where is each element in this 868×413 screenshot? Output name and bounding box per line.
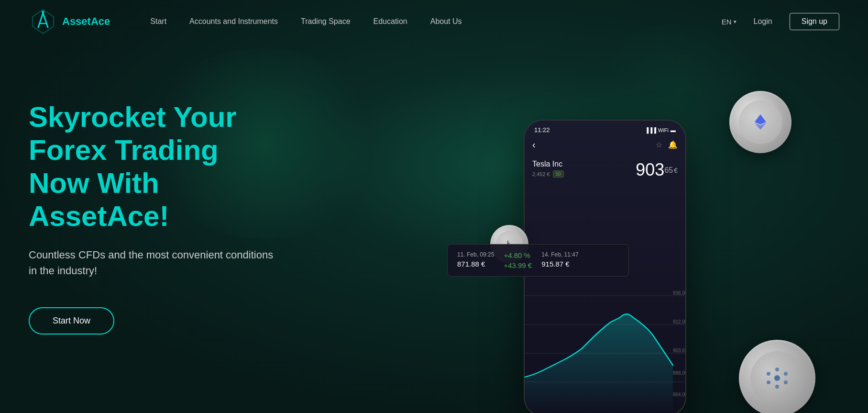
svg-point-0 bbox=[42, 11, 44, 13]
nav-start[interactable]: Start bbox=[139, 12, 178, 30]
stock-currency: € bbox=[674, 167, 678, 174]
favorite-icon[interactable]: ☆ bbox=[656, 140, 662, 149]
hero-text-block: Skyrocket Your Forex Trading Now With As… bbox=[29, 81, 273, 335]
tooltip-col2: +4.80 % +43.99 € bbox=[504, 251, 532, 269]
svg-point-12 bbox=[774, 375, 780, 381]
phone-status-bar: 11:22 ▐▐▐ WiFi ▬ bbox=[525, 121, 685, 136]
signup-button[interactable]: Sign up bbox=[790, 13, 839, 30]
tooltip-col3: 14. Feb, 11:47 915.87 € bbox=[541, 251, 578, 269]
svg-text:864,00: 864,00 bbox=[673, 392, 686, 397]
svg-point-15 bbox=[767, 372, 770, 376]
stock-name: Tesla Inc bbox=[532, 160, 564, 168]
language-selector[interactable]: EN ▾ bbox=[722, 18, 736, 26]
nav-links: Start Accounts and Instruments Trading S… bbox=[139, 17, 721, 26]
back-button[interactable]: ‹ bbox=[532, 139, 536, 150]
wifi-icon: WiFi bbox=[658, 127, 669, 133]
headline-line2: Forex Trading bbox=[29, 134, 273, 167]
phone-topbar: ‹ ☆ 🔔 bbox=[525, 136, 685, 155]
svg-point-13 bbox=[775, 368, 779, 371]
hero-headline: Skyrocket Your Forex Trading Now With As… bbox=[29, 100, 273, 233]
svg-text:912,00: 912,00 bbox=[673, 319, 686, 324]
phone-action-icons: ☆ 🔔 bbox=[656, 140, 678, 149]
nav-about[interactable]: About Us bbox=[419, 12, 473, 30]
tooltip-change-pct: +4.80 % bbox=[504, 251, 532, 259]
eth-coin bbox=[729, 91, 791, 153]
logo-link[interactable]: AssetAce bbox=[29, 7, 110, 36]
svg-text:888,00: 888,00 bbox=[673, 370, 686, 376]
ada-icon bbox=[763, 364, 791, 392]
svg-text:936,00: 936,00 bbox=[673, 290, 686, 296]
stock-badge: 50 bbox=[553, 170, 564, 178]
tooltip-date2: 14. Feb, 11:47 bbox=[541, 251, 578, 258]
logo-text: AssetAce bbox=[62, 15, 110, 28]
eth-icon bbox=[751, 112, 770, 132]
logo-part1: Asset bbox=[62, 15, 91, 27]
headline-line1: Skyrocket Your bbox=[29, 100, 273, 134]
start-now-button[interactable]: Start Now bbox=[29, 307, 114, 335]
hero-section: Skyrocket Your Forex Trading Now With As… bbox=[0, 43, 868, 413]
nav-accounts[interactable]: Accounts and Instruments bbox=[178, 12, 289, 30]
phone-stock-info: Tesla Inc 2,452 € 50 90365€ bbox=[525, 155, 685, 180]
stock-volume: 2,452 € bbox=[532, 171, 550, 177]
logo-icon bbox=[29, 7, 57, 36]
svg-point-16 bbox=[784, 372, 788, 376]
phone-tooltip: 11. Feb, 09:25 871.88 € +4.80 % +43.99 €… bbox=[447, 244, 629, 277]
signal-icon: ▐▐▐ bbox=[645, 127, 656, 133]
svg-point-14 bbox=[775, 385, 779, 389]
nav-education[interactable]: Education bbox=[362, 12, 419, 30]
status-icons: ▐▐▐ WiFi ▬ bbox=[645, 127, 676, 133]
stock-price-dec: 65 bbox=[664, 166, 673, 174]
stock-details: Tesla Inc 2,452 € 50 bbox=[532, 160, 564, 178]
tooltip-val1: 871.88 € bbox=[457, 260, 494, 268]
phone-chart: 936,00 912,00 903,65 888,00 864,00 bbox=[525, 281, 685, 413]
tooltip-val2: 915.87 € bbox=[541, 260, 578, 268]
svg-text:903,65: 903,65 bbox=[673, 348, 686, 353]
stock-price: 90365€ bbox=[636, 160, 678, 180]
headline-line4: AssetAce! bbox=[29, 200, 273, 233]
notification-icon[interactable]: 🔔 bbox=[668, 140, 678, 149]
logo-part2: Ace bbox=[91, 15, 110, 27]
tooltip-change-val: +43.99 € bbox=[504, 261, 532, 269]
headline-line3: Now With bbox=[29, 167, 273, 200]
stock-price-main: 903 bbox=[636, 160, 664, 179]
nav-trading[interactable]: Trading Space bbox=[289, 12, 362, 30]
stock-meta: 2,452 € 50 bbox=[532, 170, 564, 178]
hero-subtext: Countless CFDs and the most convenient c… bbox=[29, 247, 273, 279]
stock-chart-svg: 936,00 912,00 903,65 888,00 864,00 bbox=[525, 281, 686, 413]
navbar: AssetAce Start Accounts and Instruments … bbox=[0, 0, 868, 43]
svg-point-18 bbox=[784, 380, 788, 384]
battery-icon: ▬ bbox=[670, 127, 676, 133]
chevron-down-icon: ▾ bbox=[734, 19, 736, 25]
nav-right: EN ▾ Login Sign up bbox=[722, 13, 839, 30]
subtext-line2: in the industry! bbox=[29, 263, 273, 279]
tooltip-date1: 11. Feb, 09:25 bbox=[457, 251, 494, 258]
login-button[interactable]: Login bbox=[746, 13, 780, 30]
phone-time: 11:22 bbox=[534, 126, 550, 134]
phone-section: 11:22 ▐▐▐ WiFi ▬ ‹ ☆ 🔔 bbox=[485, 91, 820, 413]
lang-label: EN bbox=[722, 18, 732, 26]
svg-marker-1 bbox=[755, 114, 766, 124]
svg-point-17 bbox=[767, 380, 770, 384]
ada-coin bbox=[739, 340, 815, 413]
subtext-line1: Countless CFDs and the most convenient c… bbox=[29, 247, 273, 263]
tooltip-col1: 11. Feb, 09:25 871.88 € bbox=[457, 251, 494, 269]
